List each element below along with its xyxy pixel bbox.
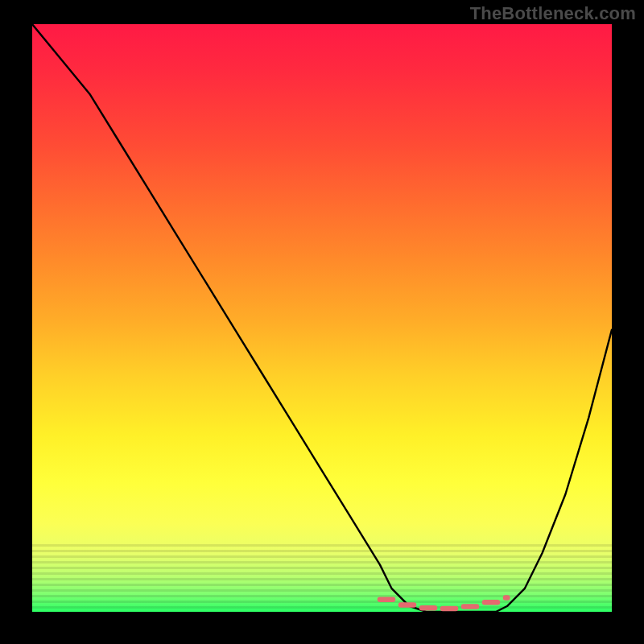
- watermark-text: TheBottleneck.com: [470, 3, 636, 24]
- curve-svg: [32, 24, 612, 612]
- bottleneck-curve: [32, 24, 612, 612]
- plot-area: [32, 24, 612, 612]
- optimal-region-dashes: [380, 597, 507, 609]
- chart-frame: TheBottleneck.com: [0, 0, 644, 644]
